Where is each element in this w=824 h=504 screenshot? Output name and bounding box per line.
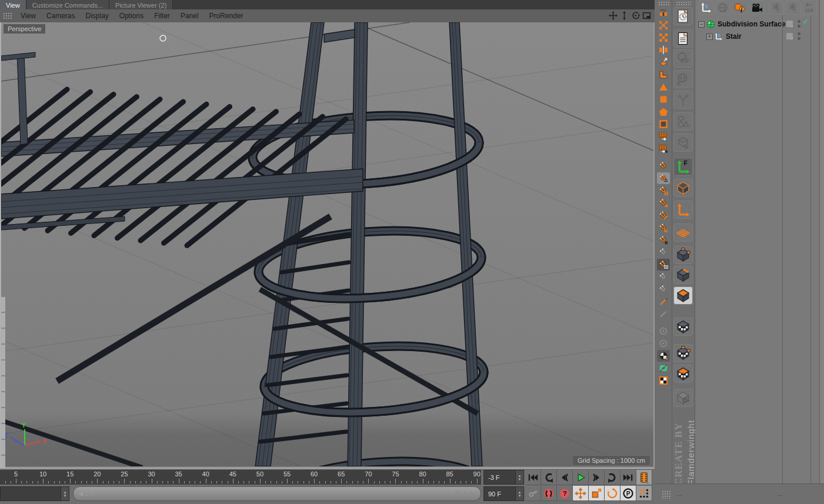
timeline-scrubber[interactable]: ◀ 0 F 90 F ▶ [73,486,481,501]
key-scale-button[interactable] [589,486,605,501]
corner-tool-icon[interactable] [657,69,670,81]
statusbar-grip[interactable] [662,490,671,499]
content-doc-icon[interactable] [673,29,693,48]
mirror-tool-icon[interactable] [657,44,670,56]
points-mode-icon[interactable] [673,246,693,264]
menu-view[interactable]: View [15,9,41,22]
model-mode-icon[interactable] [673,179,693,197]
object-label[interactable]: Subdivision Surface [718,20,785,28]
menu-cameras[interactable]: Cameras [41,9,81,22]
snap-magnet-icon[interactable] [657,160,670,172]
layer-toggle[interactable] [786,20,793,28]
tab-customize-commands[interactable]: Customize Commands... [26,0,109,9]
renumber-disabled-icon[interactable]: 123 [802,1,817,15]
spinner[interactable]: ▲▼ [515,470,523,484]
wedge-tool-icon[interactable] [657,56,670,68]
visibility-editor-dot[interactable] [798,20,800,23]
workplane-mode-icon[interactable] [673,223,693,242]
snap-grid-icon[interactable] [657,259,670,271]
edge-mode-icon[interactable] [673,266,693,284]
collapsed-palette-strip[interactable] [1,297,5,469]
snap-axis-icon[interactable] [657,234,670,246]
next-frame-button[interactable] [589,470,605,485]
key-parameter-button[interactable]: P [620,486,636,501]
measure-disabled-icon[interactable] [657,308,670,320]
maximize-view-icon[interactable] [642,11,651,20]
menubar-grip[interactable] [3,12,12,19]
record-button[interactable] [541,486,557,501]
menu-prorender[interactable]: ProRender [204,9,249,22]
triangle-tool-icon[interactable] [657,81,670,93]
timeline-ruler[interactable]: 51015202530354045505560657075808590 [0,470,481,485]
objects-info-icon[interactable]: i [732,1,748,15]
record-help-button[interactable]: ? [557,486,573,501]
next-key-button[interactable] [605,470,620,485]
coord-frame-icon[interactable]: F [673,158,693,176]
prev-key-button[interactable] [541,470,557,485]
snap-disabled-icon[interactable] [657,271,670,283]
snap-points-icon[interactable] [657,172,670,184]
axis-zero-icon[interactable]: 0 [699,1,714,15]
world-info-disabled-icon[interactable]: i [715,1,730,15]
range-end-field[interactable]: 90 F▲▼ [483,486,524,501]
grid-export-tool-icon[interactable] [657,131,670,142]
lod-disabled-icon[interactable] [657,325,670,337]
camera-label[interactable]: Perspective [4,24,45,34]
menu-panel[interactable]: Panel [175,9,204,22]
snap-arc-icon[interactable] [657,209,670,221]
object-row-subdivision-surface[interactable]: −Subdivision Surface [698,18,785,30]
visibility-render-dot[interactable] [798,37,800,40]
polygon-mode-icon[interactable] [673,286,693,305]
arrange-tool-icon[interactable] [657,7,670,19]
move-view-icon[interactable] [608,11,618,20]
lod-disabled-icon[interactable] [657,338,670,349]
spinner[interactable]: ▲▼ [515,487,523,500]
checker-frame-icon[interactable] [657,375,670,386]
shapes-disabled-icon[interactable] [673,112,693,131]
frame-tool-icon[interactable] [657,118,670,130]
snap-disabled-icon[interactable] [657,283,670,295]
layer-toggle[interactable] [786,32,793,40]
branch-disabled-icon[interactable] [673,91,693,109]
keyframe-selection-button[interactable] [636,486,652,501]
menu-options[interactable]: Options [114,9,149,22]
current-frame-field[interactable]: ▲▼ [0,486,69,501]
perspective-viewport[interactable]: Y X Z Perspective Grid Spacing : 1000 cm [0,22,655,469]
film-render-button[interactable] [636,470,652,485]
goto-end-button[interactable] [620,470,636,485]
menu-display[interactable]: Display [80,9,114,22]
burst-disabled-icon[interactable]: Z [785,1,800,15]
box-arrow-disabled-icon[interactable] [673,133,693,152]
goto-start-button[interactable] [525,470,541,485]
enabled-check-icon[interactable]: ✓ [803,18,809,26]
measure-pen-icon[interactable] [657,296,670,308]
pentagon-tool-icon[interactable] [657,106,670,118]
globe-disabled-icon[interactable] [673,70,693,88]
snap-triangle-icon[interactable] [657,197,670,209]
playhead-marker[interactable]: ◀ 0 F [74,490,94,498]
burst-disabled-icon[interactable]: Z [769,1,784,15]
render-camera-icon[interactable] [749,1,765,15]
autokey-button[interactable] [525,486,541,501]
visibility-editor-dot[interactable] [798,32,800,35]
snap-disabled-icon[interactable] [657,246,670,258]
om-scrollbar[interactable] [819,0,824,483]
object-row-stair[interactable]: +0Stair [706,31,742,42]
prev-frame-button[interactable] [557,470,573,485]
rotate-view-icon[interactable] [630,11,640,20]
grid-export-x-tool-icon[interactable] [657,143,670,155]
snap-square-icon[interactable] [657,185,670,196]
checker-tool-icon[interactable] [657,32,670,44]
uv-points-mode-icon[interactable] [673,344,693,362]
play-button[interactable] [573,470,589,485]
simulate-disabled-icon[interactable] [673,49,693,68]
anim-mode-disabled-icon[interactable] [673,389,693,407]
key-position-button[interactable] [573,486,589,501]
collapse-icon[interactable]: − [698,21,705,28]
tab-view[interactable]: View [0,0,26,9]
palette-grip[interactable] [676,1,691,6]
square-tool-icon[interactable] [657,94,670,105]
snap-corner-icon[interactable] [657,222,670,233]
range-start-field[interactable]: -3 F▲▼ [483,470,524,485]
spinner[interactable]: ▲▼ [61,487,69,500]
